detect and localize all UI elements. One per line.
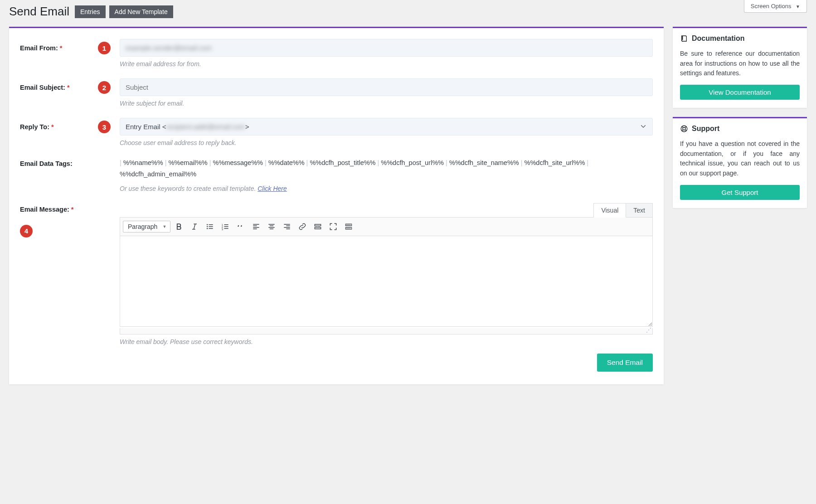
align-center-icon[interactable]: [265, 220, 278, 233]
support-panel: Support If you have a question not cover…: [673, 117, 807, 208]
fullscreen-icon[interactable]: [326, 220, 340, 233]
data-tag: %%dcfh_post_url%%: [381, 159, 444, 166]
email-from-helper: Write email address for from.: [120, 60, 653, 68]
reply-to-helper: Choose user email address to reply back.: [120, 139, 653, 146]
email-message-label: Email Message: *: [20, 206, 74, 213]
data-tags-list: | %%name%% | %%email%% | %%message%% | %…: [120, 157, 653, 180]
annotation-badge-3: 3: [98, 121, 111, 133]
click-here-link[interactable]: Click Here: [257, 185, 287, 192]
data-tag: %%dcfh_admin_email%%: [120, 170, 196, 178]
documentation-panel: Documentation Be sure to reference our d…: [673, 27, 807, 108]
data-tag: %%dcfh_post_title%%: [310, 159, 375, 166]
caret-down-icon: ▼: [796, 4, 800, 9]
annotation-badge-1: 1: [98, 42, 111, 54]
email-message-editor[interactable]: [120, 236, 653, 327]
bold-icon[interactable]: [172, 220, 186, 233]
screen-options-toggle[interactable]: Screen Options ▼: [744, 0, 807, 13]
get-support-button[interactable]: Get Support: [680, 185, 800, 200]
svg-rect-7: [346, 227, 352, 229]
editor-tab-text[interactable]: Text: [626, 203, 653, 218]
screen-options-label: Screen Options: [751, 3, 792, 10]
data-tags-keywords-line: Or use these keywords to create email te…: [120, 185, 653, 192]
svg-text:3: 3: [222, 228, 223, 230]
email-subject-label: Email Subject: *: [20, 84, 70, 91]
reply-to-blurred: recipient.addr@email.com: [166, 123, 245, 131]
format-select[interactable]: Paragraph ▼: [123, 221, 170, 233]
add-new-template-button[interactable]: Add New Template: [109, 5, 173, 18]
blockquote-icon[interactable]: [234, 220, 248, 233]
italic-icon[interactable]: [188, 220, 201, 233]
editor-tab-visual[interactable]: Visual: [593, 203, 626, 218]
data-tags-label: Email Data Tags:: [20, 160, 73, 167]
svg-rect-6: [346, 224, 352, 226]
reply-to-prefix: Entry Email <: [126, 123, 166, 131]
svg-rect-8: [682, 36, 683, 40]
send-email-panel: Email From: * 1 example.sender@email.com…: [9, 27, 664, 384]
data-tag: %%dcfh_site_name%%: [449, 159, 519, 166]
book-icon: [680, 34, 688, 43]
reply-to-suffix: >: [245, 123, 249, 131]
editor-toolbar: Paragraph ▼ 123: [120, 217, 653, 236]
align-left-icon[interactable]: [249, 220, 263, 233]
editor-resize-handle[interactable]: ⋰: [120, 328, 653, 334]
annotation-badge-2: 2: [98, 81, 111, 94]
support-body: If you have a question not covered in th…: [680, 139, 800, 179]
email-from-input[interactable]: example.sender@email.com: [120, 39, 653, 57]
reply-to-select[interactable]: Entry Email <recipient.addr@email.com>: [120, 118, 653, 136]
documentation-body: Be sure to reference our documentation a…: [680, 49, 800, 78]
annotation-badge-4: 4: [20, 225, 33, 237]
email-subject-helper: Write subject for email.: [120, 100, 653, 107]
align-right-icon[interactable]: [280, 220, 294, 233]
email-from-label: Email From: *: [20, 44, 62, 52]
svg-point-10: [683, 127, 685, 130]
reply-to-label: Reply To: *: [20, 123, 54, 131]
svg-point-2: [207, 228, 208, 229]
send-email-button[interactable]: Send Email: [597, 354, 653, 372]
support-title: Support: [692, 125, 719, 133]
entries-button[interactable]: Entries: [75, 5, 106, 18]
data-tag: %%date%%: [268, 159, 305, 166]
documentation-title: Documentation: [692, 34, 744, 43]
toolbar-toggle-icon[interactable]: [342, 220, 355, 233]
view-documentation-button[interactable]: View Documentation: [680, 85, 800, 100]
caret-down-icon: ▼: [162, 224, 166, 229]
link-icon[interactable]: [296, 220, 309, 233]
data-tag: %%email%%: [168, 159, 207, 166]
data-tag: %%dcfh_site_url%%: [525, 159, 585, 166]
read-more-icon[interactable]: [311, 220, 325, 233]
page-title: Send Email: [9, 5, 69, 19]
svg-point-1: [207, 226, 208, 228]
data-tag: %%name%%: [123, 159, 163, 166]
bullet-list-icon[interactable]: [203, 220, 217, 233]
svg-point-0: [207, 224, 208, 225]
data-tag: %%message%%: [213, 159, 263, 166]
numbered-list-icon[interactable]: 123: [219, 220, 232, 233]
email-subject-input[interactable]: [120, 78, 653, 96]
email-from-value: example.sender@email.com: [126, 44, 212, 52]
lifebuoy-icon: [680, 125, 688, 133]
email-message-helper: Write email body. Please use correct key…: [120, 338, 653, 345]
